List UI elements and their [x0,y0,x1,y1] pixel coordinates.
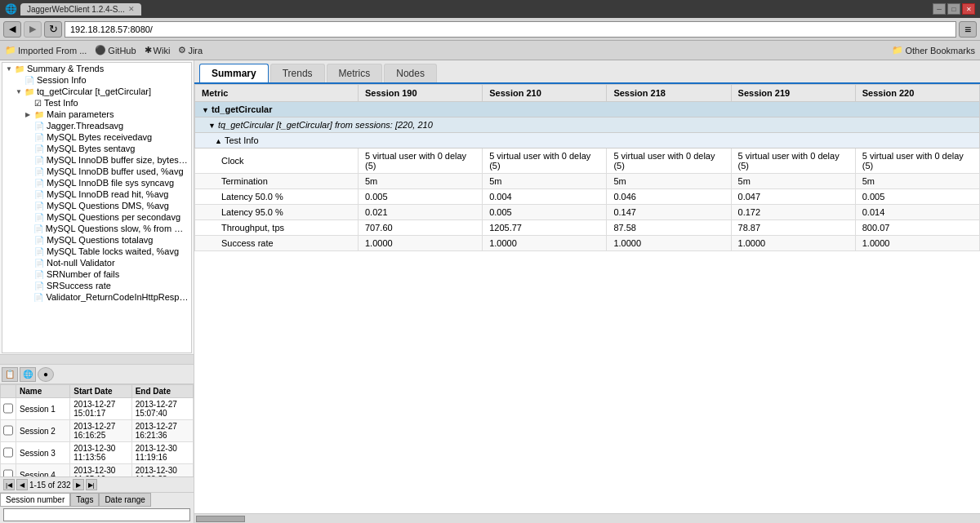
session-start-date: 2013-12-30 11:13:56 [70,442,131,464]
tree-row[interactable]: ▼📁tq_getCircular [t_getCircular] [2,86,191,97]
address-text: 192.18.128.57:8080/ [70,24,153,34]
bookmarks-bar: 📁 Imported From ... ⚫ GitHub ✱ Wiki ⚙ Ji… [0,41,980,60]
address-bar[interactable]: 192.18.128.57:8080/ [65,21,956,38]
page-prev-button[interactable]: ◀ [16,479,28,490]
tree-row[interactable]: 📄SRSuccess rate [2,280,191,291]
page-next-button[interactable]: ▶ [73,479,84,490]
metric-value: 0.172 [731,205,855,220]
row-checkbox[interactable] [3,469,13,477]
tree-item-icon: 📄 [34,133,44,142]
row-checkbox[interactable] [3,425,13,436]
horizontal-scrollbar[interactable] [194,513,980,523]
metric-value: 1205.77 [483,220,607,236]
tab-metrics[interactable]: Metrics [327,64,383,82]
tree-item-label: MySQL InnoDB file sys syncavg [47,178,174,188]
summary-data-row: Latency 50.0 %0.0050.0040.0460.0470.005 [195,189,980,205]
session-start-date: 2013-12-27 15:01:17 [70,398,131,420]
sessions-toolbar-btn1[interactable]: 📋 [2,367,18,382]
tree-row[interactable]: 📄Validator_ReturnCodeInHttpResponse [2,291,191,303]
tree-row[interactable]: ▶📁Main parameters [2,109,191,120]
tree-row[interactable]: 📄MySQL InnoDB read hit, %avg [2,188,191,200]
col-start-date[interactable]: Start Date [70,385,131,398]
bookmark-jira[interactable]: ⚙ Jira [178,45,203,55]
session-end-date: 2013-12-27 16:21:36 [131,420,193,442]
session-190-header: Session 190 [359,85,483,102]
tree-toggle-icon[interactable]: ▶ [25,111,33,118]
sessions-toolbar-btn3[interactable]: ● [38,367,54,382]
reload-button[interactable]: ↻ [44,21,62,38]
table-row[interactable]: Session 22013-12-27 16:16:252013-12-27 1… [1,420,194,442]
tree-row[interactable]: 📄MySQL Questions DMS, %avg [2,200,191,211]
tab-summary[interactable]: Summary [199,64,269,82]
table-row[interactable]: Session 32013-12-30 11:13:562013-12-30 1… [1,442,194,464]
tree-row[interactable]: 📄MySQL InnoDB file sys syncavg [2,177,191,188]
col-name[interactable]: Name [16,385,70,398]
tree-toggle-icon[interactable]: ▼ [16,88,24,95]
window-maximize-button[interactable]: □ [947,3,960,15]
tab-nodes[interactable]: Nodes [384,64,437,82]
tree-item-icon: 📄 [24,76,34,85]
tree-row[interactable]: 📄Jagger.Threadsavg [2,120,191,131]
row-checkbox[interactable] [3,403,13,414]
search-tab-session-number[interactable]: Session number [0,493,70,507]
tree-item-label: MySQL Table locks waited, %avg [47,246,179,256]
sessions-toolbar-btn2[interactable]: 🌐 [20,367,36,382]
forward-button[interactable]: ▶ [24,21,42,38]
session-end-date: 2013-12-27 15:07:40 [131,398,193,420]
tree-row[interactable]: 📄MySQL Table locks waited, %avg [2,246,191,257]
tree-toggle-icon[interactable]: ▼ [6,65,14,73]
col-end-date[interactable]: End Date [131,385,193,398]
tree-row[interactable]: 📄SRNumber of fails [2,268,191,280]
search-input[interactable] [3,508,190,521]
browser-menu-button[interactable]: ≡ [959,21,977,38]
tree-item-label: Jagger.Threadsavg [47,121,123,131]
tree-row[interactable]: 📄MySQL Bytes receivedavg [2,131,191,143]
table-row[interactable]: Session 42013-12-30 11:25:122013-12-30 1… [1,464,194,477]
tree-row[interactable]: 📄MySQL Questions per secondavg [2,211,191,223]
back-button[interactable]: ◀ [3,21,21,38]
search-tab-tags[interactable]: Tags [70,493,99,507]
tree-row[interactable]: ▼📁Summary & Trends [2,63,191,74]
summary-data-row: Clock5 virtual user with 0 delay (5)5 vi… [195,148,980,174]
tab-close-icon[interactable]: ✕ [128,5,135,13]
tree-row[interactable]: 📄MySQL Bytes sentavg [2,143,191,154]
tree-row[interactable]: 📄MySQL Questions totalavg [2,234,191,246]
other-bookmarks[interactable]: 📁 Other Bookmarks [892,45,975,55]
tab[interactable]: JaggerWebClient 1.2.4-S... ✕ [20,3,141,16]
metric-value: 78.87 [731,220,855,236]
tree-row[interactable]: 📄Session Info [2,74,191,86]
metric-value: 5 virtual user with 0 delay (5) [855,148,979,174]
tree-item-icon: 📄 [34,247,44,256]
sessions-table: Name Start Date End Date Session 12013-1… [0,384,194,476]
window-close-button[interactable]: ✕ [962,3,975,15]
tree-row[interactable]: 📄MySQL InnoDB buffer size, bytesavg [2,154,191,166]
bookmark-github[interactable]: ⚫ GitHub [95,45,136,55]
session-219-header: Session 219 [731,85,855,102]
tree-item-icon: 📄 [34,213,44,222]
tree-item-label: tq_getCircular [t_getCircular] [37,86,151,96]
tree-row[interactable]: 📄MySQL InnoDB buffer used, %avg [2,166,191,177]
metric-name: Latency 95.0 % [195,205,359,220]
tree-item-icon: 📄 [34,167,44,176]
tree-item-label: Validator_ReturnCodeInHttpResponse [46,292,189,302]
search-tab-date-range[interactable]: Date range [99,493,150,507]
row-checkbox[interactable] [3,447,13,458]
bookmark-wiki[interactable]: ✱ Wiki [145,45,171,55]
tree-row[interactable]: ☑Test Info [2,97,191,109]
bookmark-imported-from[interactable]: 📁 Imported From ... [5,45,87,55]
metric-value: 5 virtual user with 0 delay (5) [607,148,731,174]
tree-row[interactable]: 📄Not-null Validator [2,257,191,268]
session-start-date: 2013-12-27 16:16:25 [70,420,131,442]
summary-data-row: Latency 95.0 %0.0210.0050.1470.1720.014 [195,205,980,220]
metric-value: 0.047 [731,189,855,205]
table-row[interactable]: Session 12013-12-27 15:01:172013-12-27 1… [1,398,194,420]
github-label: GitHub [108,46,136,55]
tab-trends[interactable]: Trends [270,64,325,82]
page-last-button[interactable]: ▶| [86,479,97,490]
tree-scrollbar[interactable] [0,354,194,364]
other-bookmarks-label: Other Bookmarks [905,46,975,55]
tree-row[interactable]: 📄MySQL Questions slow, % from DMSavg [2,223,191,234]
tree-item-icon: 📄 [34,122,44,131]
window-minimize-button[interactable]: ─ [933,3,946,15]
page-first-button[interactable]: |◀ [3,479,15,490]
